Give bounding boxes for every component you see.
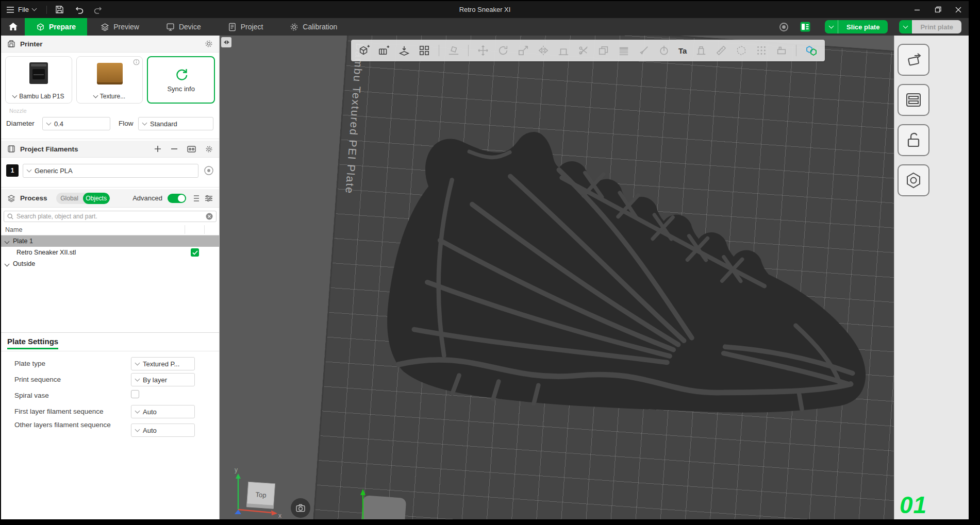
sneaker-model[interactable] xyxy=(335,91,894,468)
advanced-toggle[interactable] xyxy=(168,194,186,203)
plate-type-dropdown[interactable]: Textured P... xyxy=(131,357,195,370)
add-filament-icon[interactable] xyxy=(154,145,161,153)
mirror-icon[interactable] xyxy=(538,45,549,56)
printer-select[interactable]: Bambu Lab P1S xyxy=(6,93,72,100)
model-visibility-checkbox[interactable] xyxy=(191,248,199,257)
sync-info-button[interactable]: Sync info xyxy=(147,56,215,104)
tree-row-outside[interactable]: Outside xyxy=(1,258,219,269)
x-axis-arrow xyxy=(271,511,277,516)
plate-list-button[interactable] xyxy=(898,84,929,116)
save-project-button[interactable] xyxy=(52,4,68,16)
lock-plate-button[interactable] xyxy=(898,124,929,156)
arrange-icon[interactable] xyxy=(419,45,430,56)
slice-plate-button[interactable]: Slice plate xyxy=(838,20,888,33)
plate-type-value: Textured P... xyxy=(143,360,179,368)
tree-row-model[interactable]: Retro Sneaker XII.stl xyxy=(1,247,219,258)
undo-button[interactable] xyxy=(72,4,87,16)
filaments-section-header: Project Filaments xyxy=(1,141,219,158)
text-tool-icon[interactable]: Ta xyxy=(678,46,687,55)
wipe-tower-icon[interactable] xyxy=(776,45,787,56)
tab-label: Prepare xyxy=(49,23,76,31)
spiral-vase-label: Spiral vase xyxy=(14,392,124,400)
tab-label: Project xyxy=(241,23,263,31)
tab-preview[interactable]: Preview xyxy=(87,18,153,36)
spiral-vase-checkbox[interactable] xyxy=(131,390,139,398)
pattern-icon[interactable] xyxy=(756,45,767,56)
plate-select[interactable]: Texture... xyxy=(77,93,143,100)
flow-value: Standard xyxy=(150,120,177,128)
tab-project[interactable]: Project xyxy=(214,18,277,36)
filament-settings-icon[interactable] xyxy=(204,165,214,176)
plate-settings-button[interactable] xyxy=(898,164,929,196)
emboss-icon[interactable] xyxy=(695,45,707,56)
diameter-dropdown[interactable]: 0.4 xyxy=(42,117,110,130)
clone-icon[interactable] xyxy=(598,45,609,56)
filament-dropdown[interactable]: Generic PLA xyxy=(23,164,198,178)
snapshot-button[interactable] xyxy=(291,498,310,518)
flow-dropdown[interactable]: Standard xyxy=(138,117,213,130)
plate-origin-y-axis xyxy=(358,482,368,519)
close-button[interactable] xyxy=(948,1,969,18)
auto-orient-icon[interactable] xyxy=(398,45,410,56)
printer-section-title: Printer xyxy=(20,40,43,48)
slice-dropdown-button[interactable] xyxy=(825,20,838,33)
measure-icon[interactable] xyxy=(716,45,727,56)
move-icon[interactable] xyxy=(477,45,489,56)
printer-section-icon xyxy=(7,40,15,48)
viewport-3d[interactable]: Bambu Textured PEI Plate xyxy=(220,36,894,519)
plate-panel-icon[interactable] xyxy=(800,22,810,32)
variable-layer-icon[interactable] xyxy=(618,45,629,56)
nav-gizmo[interactable]: y Top x xyxy=(233,466,283,519)
lay-flat-icon[interactable] xyxy=(558,45,569,56)
print-dropdown-button[interactable] xyxy=(899,20,912,33)
search-bar xyxy=(4,211,217,222)
print-plate-button[interactable]: Print plate xyxy=(912,20,961,33)
assembly-view-icon[interactable] xyxy=(805,44,818,57)
scope-global[interactable]: Global xyxy=(56,193,83,204)
info-icon[interactable] xyxy=(133,59,140,65)
add-plate-icon[interactable] xyxy=(378,45,390,56)
plate-number-badge: 01 xyxy=(900,491,927,519)
build-plate-card[interactable]: Texture... xyxy=(76,56,143,104)
seam-paint-icon[interactable] xyxy=(658,45,670,56)
minimize-button[interactable] xyxy=(907,1,927,18)
tab-prepare[interactable]: Prepare xyxy=(25,18,87,36)
filament-name: Generic PLA xyxy=(35,167,73,175)
search-input[interactable] xyxy=(16,213,203,220)
tree-row-plate[interactable]: Plate 1 xyxy=(1,235,219,247)
plate-type-label: Plate type xyxy=(14,360,124,368)
scale-icon[interactable] xyxy=(518,45,529,56)
tab-label: Preview xyxy=(113,23,139,31)
rotate-icon[interactable] xyxy=(497,45,509,56)
filament-gear-icon[interactable] xyxy=(205,145,213,153)
home-button[interactable] xyxy=(1,18,25,36)
printer-settings-gear-icon[interactable] xyxy=(205,40,213,48)
file-menu[interactable]: File xyxy=(1,1,41,18)
sidebar-collapse-handle[interactable] xyxy=(221,37,231,47)
scope-objects[interactable]: Objects xyxy=(83,193,110,204)
timelapse-icon[interactable] xyxy=(779,22,789,32)
cut-icon[interactable] xyxy=(578,45,589,56)
tab-calibration[interactable]: Calibration xyxy=(276,18,351,36)
maximize-button[interactable] xyxy=(927,1,948,18)
remove-filament-icon[interactable] xyxy=(171,145,178,153)
orient-flat-icon[interactable] xyxy=(448,45,459,56)
add-object-icon[interactable] xyxy=(358,45,370,56)
filament-slot-number[interactable]: 1 xyxy=(6,164,19,177)
tab-device[interactable]: Device xyxy=(153,18,214,36)
param-tune-icon[interactable] xyxy=(205,195,213,202)
undo-icon xyxy=(75,6,84,14)
ams-icon[interactable] xyxy=(187,145,196,153)
printer-card[interactable]: Bambu Lab P1S xyxy=(5,56,72,104)
print-sequence-dropdown[interactable]: By layer xyxy=(131,373,195,386)
titlebar-separator xyxy=(46,6,47,14)
other-layers-seq-dropdown[interactable]: Auto xyxy=(131,424,195,437)
clear-search-icon[interactable] xyxy=(206,213,213,220)
first-layer-seq-dropdown[interactable]: Auto xyxy=(131,405,195,418)
param-list-icon[interactable] xyxy=(191,195,200,202)
redo-button[interactable] xyxy=(90,4,106,16)
nav-cube[interactable]: Top xyxy=(246,482,275,509)
support-paint-icon[interactable] xyxy=(638,45,650,56)
hollow-icon[interactable] xyxy=(736,45,747,56)
auto-arrange-plate-button[interactable] xyxy=(898,44,929,76)
